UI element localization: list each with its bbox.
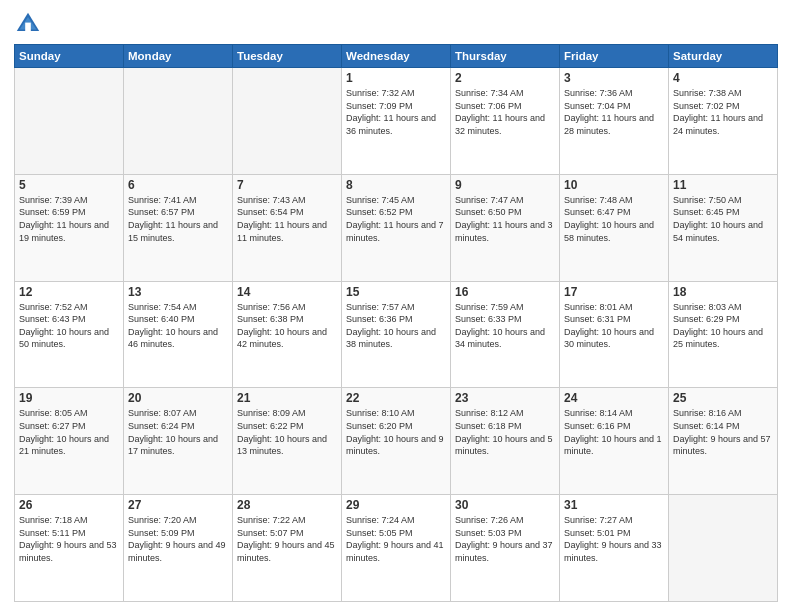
day-number: 5 — [19, 178, 119, 192]
day-number: 24 — [564, 391, 664, 405]
day-number: 1 — [346, 71, 446, 85]
day-number: 22 — [346, 391, 446, 405]
day-info: Sunrise: 7:47 AMSunset: 6:50 PMDaylight:… — [455, 194, 555, 244]
day-info: Sunrise: 7:59 AMSunset: 6:33 PMDaylight:… — [455, 301, 555, 351]
day-number: 4 — [673, 71, 773, 85]
day-number: 16 — [455, 285, 555, 299]
day-info: Sunrise: 7:41 AMSunset: 6:57 PMDaylight:… — [128, 194, 228, 244]
day-info: Sunrise: 8:05 AMSunset: 6:27 PMDaylight:… — [19, 407, 119, 457]
day-info: Sunrise: 7:27 AMSunset: 5:01 PMDaylight:… — [564, 514, 664, 564]
calendar-cell: 5Sunrise: 7:39 AMSunset: 6:59 PMDaylight… — [15, 174, 124, 281]
calendar-cell: 24Sunrise: 8:14 AMSunset: 6:16 PMDayligh… — [560, 388, 669, 495]
calendar-cell: 12Sunrise: 7:52 AMSunset: 6:43 PMDayligh… — [15, 281, 124, 388]
weekday-header-row: SundayMondayTuesdayWednesdayThursdayFrid… — [15, 45, 778, 68]
weekday-header-sunday: Sunday — [15, 45, 124, 68]
calendar-week-2: 5Sunrise: 7:39 AMSunset: 6:59 PMDaylight… — [15, 174, 778, 281]
weekday-header-monday: Monday — [124, 45, 233, 68]
day-info: Sunrise: 8:03 AMSunset: 6:29 PMDaylight:… — [673, 301, 773, 351]
day-number: 17 — [564, 285, 664, 299]
calendar-cell: 15Sunrise: 7:57 AMSunset: 6:36 PMDayligh… — [342, 281, 451, 388]
calendar-cell: 27Sunrise: 7:20 AMSunset: 5:09 PMDayligh… — [124, 495, 233, 602]
day-number: 27 — [128, 498, 228, 512]
calendar-cell: 7Sunrise: 7:43 AMSunset: 6:54 PMDaylight… — [233, 174, 342, 281]
day-number: 14 — [237, 285, 337, 299]
calendar-cell: 16Sunrise: 7:59 AMSunset: 6:33 PMDayligh… — [451, 281, 560, 388]
calendar-cell: 14Sunrise: 7:56 AMSunset: 6:38 PMDayligh… — [233, 281, 342, 388]
day-number: 21 — [237, 391, 337, 405]
day-info: Sunrise: 7:32 AMSunset: 7:09 PMDaylight:… — [346, 87, 446, 137]
day-number: 3 — [564, 71, 664, 85]
calendar-cell: 29Sunrise: 7:24 AMSunset: 5:05 PMDayligh… — [342, 495, 451, 602]
calendar-cell: 4Sunrise: 7:38 AMSunset: 7:02 PMDaylight… — [669, 68, 778, 175]
header — [14, 10, 778, 38]
day-info: Sunrise: 7:26 AMSunset: 5:03 PMDaylight:… — [455, 514, 555, 564]
day-number: 11 — [673, 178, 773, 192]
weekday-header-saturday: Saturday — [669, 45, 778, 68]
calendar-cell: 3Sunrise: 7:36 AMSunset: 7:04 PMDaylight… — [560, 68, 669, 175]
day-number: 23 — [455, 391, 555, 405]
day-info: Sunrise: 7:34 AMSunset: 7:06 PMDaylight:… — [455, 87, 555, 137]
calendar-cell: 2Sunrise: 7:34 AMSunset: 7:06 PMDaylight… — [451, 68, 560, 175]
day-info: Sunrise: 7:56 AMSunset: 6:38 PMDaylight:… — [237, 301, 337, 351]
logo-icon — [14, 10, 42, 38]
day-info: Sunrise: 7:18 AMSunset: 5:11 PMDaylight:… — [19, 514, 119, 564]
calendar-week-5: 26Sunrise: 7:18 AMSunset: 5:11 PMDayligh… — [15, 495, 778, 602]
logo — [14, 10, 46, 38]
day-number: 8 — [346, 178, 446, 192]
day-number: 20 — [128, 391, 228, 405]
calendar-table: SundayMondayTuesdayWednesdayThursdayFrid… — [14, 44, 778, 602]
day-info: Sunrise: 8:16 AMSunset: 6:14 PMDaylight:… — [673, 407, 773, 457]
day-info: Sunrise: 8:14 AMSunset: 6:16 PMDaylight:… — [564, 407, 664, 457]
day-number: 15 — [346, 285, 446, 299]
day-info: Sunrise: 7:45 AMSunset: 6:52 PMDaylight:… — [346, 194, 446, 244]
day-info: Sunrise: 7:54 AMSunset: 6:40 PMDaylight:… — [128, 301, 228, 351]
page-container: SundayMondayTuesdayWednesdayThursdayFrid… — [0, 0, 792, 612]
day-number: 30 — [455, 498, 555, 512]
calendar-week-1: 1Sunrise: 7:32 AMSunset: 7:09 PMDaylight… — [15, 68, 778, 175]
day-info: Sunrise: 7:38 AMSunset: 7:02 PMDaylight:… — [673, 87, 773, 137]
day-info: Sunrise: 7:39 AMSunset: 6:59 PMDaylight:… — [19, 194, 119, 244]
calendar-cell: 8Sunrise: 7:45 AMSunset: 6:52 PMDaylight… — [342, 174, 451, 281]
day-info: Sunrise: 7:20 AMSunset: 5:09 PMDaylight:… — [128, 514, 228, 564]
calendar-week-4: 19Sunrise: 8:05 AMSunset: 6:27 PMDayligh… — [15, 388, 778, 495]
day-info: Sunrise: 8:01 AMSunset: 6:31 PMDaylight:… — [564, 301, 664, 351]
day-info: Sunrise: 8:10 AMSunset: 6:20 PMDaylight:… — [346, 407, 446, 457]
day-number: 26 — [19, 498, 119, 512]
svg-rect-2 — [25, 23, 31, 31]
day-number: 28 — [237, 498, 337, 512]
calendar-cell — [233, 68, 342, 175]
day-info: Sunrise: 8:07 AMSunset: 6:24 PMDaylight:… — [128, 407, 228, 457]
calendar-cell — [669, 495, 778, 602]
day-info: Sunrise: 7:48 AMSunset: 6:47 PMDaylight:… — [564, 194, 664, 244]
day-number: 7 — [237, 178, 337, 192]
day-number: 2 — [455, 71, 555, 85]
day-info: Sunrise: 7:52 AMSunset: 6:43 PMDaylight:… — [19, 301, 119, 351]
calendar-cell: 18Sunrise: 8:03 AMSunset: 6:29 PMDayligh… — [669, 281, 778, 388]
day-number: 29 — [346, 498, 446, 512]
calendar-cell: 26Sunrise: 7:18 AMSunset: 5:11 PMDayligh… — [15, 495, 124, 602]
day-info: Sunrise: 8:12 AMSunset: 6:18 PMDaylight:… — [455, 407, 555, 457]
day-info: Sunrise: 7:36 AMSunset: 7:04 PMDaylight:… — [564, 87, 664, 137]
weekday-header-thursday: Thursday — [451, 45, 560, 68]
calendar-week-3: 12Sunrise: 7:52 AMSunset: 6:43 PMDayligh… — [15, 281, 778, 388]
day-number: 9 — [455, 178, 555, 192]
calendar-cell: 13Sunrise: 7:54 AMSunset: 6:40 PMDayligh… — [124, 281, 233, 388]
weekday-header-wednesday: Wednesday — [342, 45, 451, 68]
day-number: 19 — [19, 391, 119, 405]
day-info: Sunrise: 7:43 AMSunset: 6:54 PMDaylight:… — [237, 194, 337, 244]
calendar-cell: 31Sunrise: 7:27 AMSunset: 5:01 PMDayligh… — [560, 495, 669, 602]
day-number: 31 — [564, 498, 664, 512]
day-info: Sunrise: 8:09 AMSunset: 6:22 PMDaylight:… — [237, 407, 337, 457]
day-number: 13 — [128, 285, 228, 299]
calendar-cell: 17Sunrise: 8:01 AMSunset: 6:31 PMDayligh… — [560, 281, 669, 388]
calendar-cell: 25Sunrise: 8:16 AMSunset: 6:14 PMDayligh… — [669, 388, 778, 495]
day-number: 18 — [673, 285, 773, 299]
calendar-cell: 19Sunrise: 8:05 AMSunset: 6:27 PMDayligh… — [15, 388, 124, 495]
weekday-header-friday: Friday — [560, 45, 669, 68]
day-info: Sunrise: 7:22 AMSunset: 5:07 PMDaylight:… — [237, 514, 337, 564]
day-number: 6 — [128, 178, 228, 192]
calendar-cell: 20Sunrise: 8:07 AMSunset: 6:24 PMDayligh… — [124, 388, 233, 495]
calendar-cell: 1Sunrise: 7:32 AMSunset: 7:09 PMDaylight… — [342, 68, 451, 175]
calendar-cell — [124, 68, 233, 175]
calendar-cell: 22Sunrise: 8:10 AMSunset: 6:20 PMDayligh… — [342, 388, 451, 495]
